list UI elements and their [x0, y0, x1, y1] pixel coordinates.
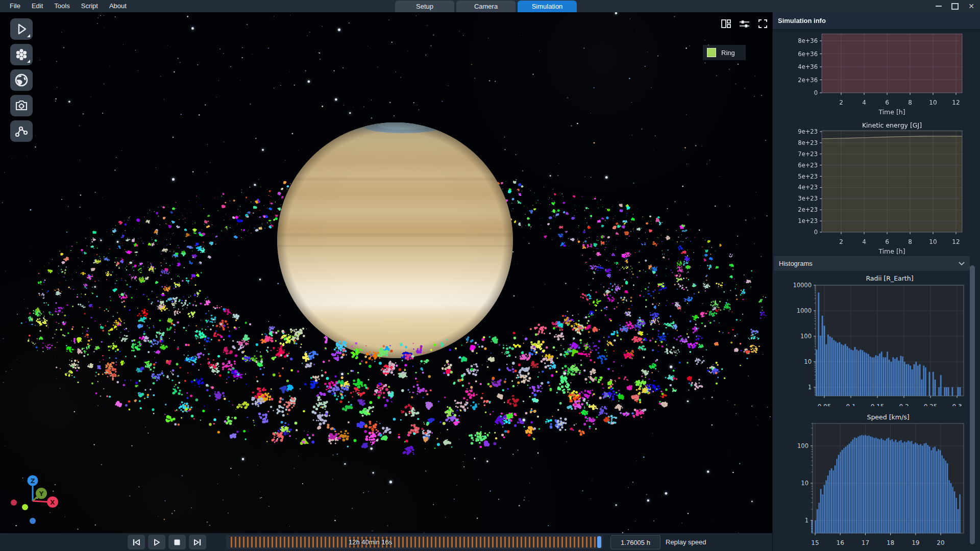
stop-button[interactable] — [168, 535, 186, 549]
svg-text:0.2: 0.2 — [899, 403, 909, 406]
svg-text:0.15: 0.15 — [871, 403, 885, 406]
globe-button[interactable] — [10, 69, 33, 91]
timeline-playhead-handle[interactable] — [597, 536, 601, 548]
svg-text:2: 2 — [839, 99, 843, 106]
maximize-icon[interactable] — [949, 1, 961, 11]
svg-text:4e+36: 4e+36 — [798, 63, 818, 70]
menu-edit[interactable]: Edit — [26, 0, 48, 12]
flyout-corner-icon — [27, 34, 30, 37]
svg-text:8e+36: 8e+36 — [798, 37, 818, 44]
chart-radii-histogram: 1101001000100000.050.10.150.20.250.3Radi… — [772, 274, 969, 406]
timeline-keyframe-ticks — [228, 537, 596, 547]
particles-icon — [14, 47, 29, 62]
chart-speed-histogram: 110100151617181920Speed [km/s] — [772, 412, 969, 551]
svg-text:5e+23: 5e+23 — [798, 173, 818, 180]
timeline-time-label: 12h 40min 16s — [349, 535, 392, 549]
menu-script[interactable]: Script — [76, 0, 104, 12]
tab-camera[interactable]: Camera — [456, 1, 516, 12]
svg-text:Kinetic energy [GJ]: Kinetic energy [GJ] — [862, 121, 922, 129]
legend-label: Ring — [721, 49, 735, 57]
svg-text:20: 20 — [937, 539, 944, 546]
svg-text:2e+36: 2e+36 — [798, 77, 818, 84]
fullscreen-icon[interactable] — [757, 18, 768, 29]
play-scene-button[interactable] — [10, 18, 33, 40]
menu-items: File Edit Tools Script About — [4, 0, 132, 12]
svg-text:0: 0 — [814, 89, 818, 96]
camera-gear-icon — [14, 98, 29, 113]
particles-button[interactable] — [10, 44, 33, 65]
viewport-3d[interactable]: Ring Z Y X — [0, 12, 772, 533]
svg-text:10000: 10000 — [793, 282, 812, 289]
axis-neg-z-dot — [30, 518, 36, 524]
chart-energy-top: 02e+364e+366e+368e+3624681012Time [h] — [772, 34, 969, 119]
play-button[interactable] — [148, 535, 165, 549]
svg-text:0.25: 0.25 — [924, 403, 938, 406]
left-toolbar — [10, 18, 33, 142]
close-icon[interactable]: ✕ — [966, 1, 977, 11]
menu-tools[interactable]: Tools — [48, 0, 75, 12]
svg-text:8: 8 — [908, 99, 912, 106]
svg-text:0.1: 0.1 — [846, 403, 855, 406]
menu-file[interactable]: File — [4, 0, 26, 12]
window-controls: ✕ — [933, 0, 977, 12]
viewport-overlay-icons — [721, 18, 768, 29]
svg-text:1: 1 — [805, 517, 808, 524]
play-outline-icon — [15, 22, 28, 36]
svg-text:2e+23: 2e+23 — [798, 206, 818, 213]
svg-text:7e+23: 7e+23 — [798, 151, 818, 158]
menu-bar: File Edit Tools Script About Setup Camer… — [0, 0, 980, 12]
playback-bar: 12h 40min 16s 1.76005 h Replay speed — [0, 533, 772, 551]
sidebar-title: Simulation info — [773, 12, 980, 29]
svg-text:Time [h]: Time [h] — [878, 108, 905, 116]
svg-text:Z: Z — [31, 478, 35, 485]
axis-neg-y-dot — [22, 504, 28, 510]
svg-text:6: 6 — [885, 99, 889, 106]
svg-text:10: 10 — [929, 238, 937, 245]
svg-text:Radii [R_Earth]: Radii [R_Earth] — [866, 274, 913, 282]
svg-text:4: 4 — [862, 238, 866, 245]
menu-about[interactable]: About — [104, 0, 132, 12]
series-legend[interactable]: Ring — [703, 45, 746, 60]
svg-text:10: 10 — [801, 480, 808, 487]
svg-text:4: 4 — [862, 99, 866, 106]
skip-to-end-button[interactable] — [189, 535, 206, 549]
tab-setup[interactable]: Setup — [395, 1, 454, 12]
svg-text:0: 0 — [814, 229, 818, 236]
tab-simulation[interactable]: Simulation — [518, 1, 577, 12]
svg-text:8e+23: 8e+23 — [798, 139, 818, 146]
svg-text:18: 18 — [887, 539, 894, 546]
scrollbar-thumb[interactable] — [970, 265, 975, 544]
layout-panels-icon[interactable] — [721, 18, 731, 29]
graph-nodes-icon — [14, 124, 29, 138]
svg-text:9e+23: 9e+23 — [798, 128, 818, 135]
svg-text:1e+23: 1e+23 — [798, 217, 818, 224]
svg-text:3e+23: 3e+23 — [798, 195, 818, 202]
legend-swatch — [707, 48, 716, 57]
svg-text:1000: 1000 — [797, 307, 812, 314]
minimize-icon[interactable] — [933, 1, 944, 11]
svg-text:0.3: 0.3 — [952, 403, 962, 406]
sidebar-scrollbar — [969, 31, 976, 549]
svg-text:10: 10 — [929, 99, 937, 106]
svg-text:12: 12 — [952, 238, 960, 245]
svg-text:8: 8 — [908, 238, 912, 245]
simulation-scene-canvas[interactable] — [0, 12, 772, 533]
svg-text:6e+23: 6e+23 — [798, 162, 818, 169]
histograms-section-header[interactable]: Histograms — [774, 256, 970, 271]
globe-icon — [14, 73, 29, 87]
timeline-track[interactable]: 12h 40min 16s — [226, 535, 603, 549]
replay-speed-value[interactable]: 1.76005 h — [610, 535, 660, 549]
graph-nodes-button[interactable] — [10, 120, 33, 142]
adjust-sliders-icon[interactable] — [739, 18, 750, 29]
svg-text:100: 100 — [800, 333, 812, 340]
svg-text:19: 19 — [912, 539, 919, 546]
svg-text:100: 100 — [797, 442, 808, 449]
svg-text:Speed [km/s]: Speed [km/s] — [867, 413, 909, 421]
svg-text:1: 1 — [808, 384, 812, 391]
skip-to-start-button[interactable] — [128, 535, 145, 549]
application-window: File Edit Tools Script About Setup Camer… — [0, 0, 980, 551]
svg-text:10: 10 — [804, 358, 812, 365]
axis-gizmo[interactable]: Z Y X — [7, 473, 63, 530]
camera-settings-button[interactable] — [10, 95, 33, 116]
svg-text:6e+36: 6e+36 — [798, 51, 818, 58]
